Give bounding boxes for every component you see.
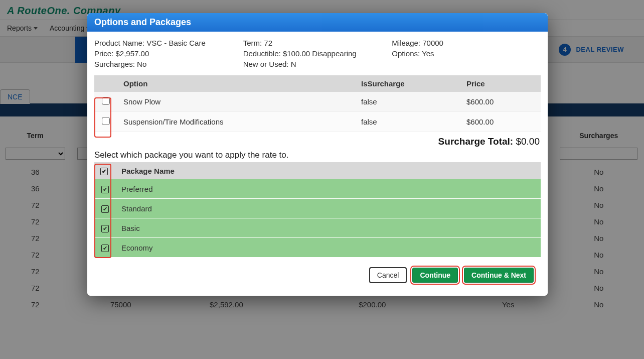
package-checkbox-cell[interactable]: ✔ xyxy=(94,199,115,218)
summary-deductible: Deductible: $100.00 Disappearing xyxy=(243,49,392,58)
option-name: Snow Plow xyxy=(117,92,355,112)
checkbox-checked-icon: ✔ xyxy=(100,168,108,175)
summary-options: Options: Yes xyxy=(392,49,541,58)
package-row[interactable]: ✔Basic xyxy=(94,218,541,238)
modal-body: Product Name: VSC - Basic Care Term: 72 … xyxy=(87,32,548,296)
summary-term: Term: 72 xyxy=(243,39,392,47)
package-row[interactable]: ✔Economy xyxy=(94,238,541,258)
options-option-header: Option xyxy=(117,75,355,92)
package-row[interactable]: ✔Standard xyxy=(94,199,541,218)
summary-surcharges: Surcharges: No xyxy=(94,60,243,68)
summary-mileage: Mileage: 70000 xyxy=(392,39,541,47)
package-name-header: Package Name xyxy=(115,162,541,179)
summary-product-name: Product Name: VSC - Basic Care xyxy=(94,39,243,47)
package-name: Economy xyxy=(115,238,541,258)
checkbox-checked-icon: ✔ xyxy=(101,245,109,252)
checkbox-empty-icon xyxy=(102,117,110,125)
checkbox-checked-icon: ✔ xyxy=(101,186,109,193)
checkbox-empty-icon xyxy=(102,97,110,105)
modal-title: Options and Packages xyxy=(87,13,548,32)
summary-price: Price: $2,957.00 xyxy=(94,49,243,58)
package-row[interactable]: ✔Preferred xyxy=(94,179,541,199)
continue-next-button[interactable]: Continue & Next xyxy=(464,268,534,283)
package-prompt: Select which package you want to apply t… xyxy=(94,150,541,160)
package-name: Standard xyxy=(115,199,541,218)
option-price: $600.00 xyxy=(460,92,541,112)
surcharge-total: Surcharge Total: $0.00 xyxy=(94,136,540,147)
checkbox-checked-icon: ✔ xyxy=(101,225,109,232)
option-name: Suspension/Tire Modifications xyxy=(117,112,355,132)
option-checkbox-cell[interactable] xyxy=(94,92,117,112)
option-row: Snow Plowfalse$600.00 xyxy=(94,92,541,112)
options-table: Option IsSurcharge Price Snow Plowfalse$… xyxy=(94,75,541,132)
package-table: ✔ Package Name ✔Preferred✔Standard✔Basic… xyxy=(94,162,541,258)
cancel-button[interactable]: Cancel xyxy=(370,268,407,283)
option-row: Suspension/Tire Modificationsfalse$600.0… xyxy=(94,112,541,132)
package-checkbox-cell[interactable]: ✔ xyxy=(94,179,115,199)
continue-button[interactable]: Continue xyxy=(412,268,458,283)
modal-footer: Cancel Continue Continue & Next xyxy=(94,258,541,291)
options-check-header xyxy=(94,75,117,92)
options-price-header: Price xyxy=(460,75,541,92)
option-issurcharge: false xyxy=(355,112,460,132)
summary-new-used: New or Used: N xyxy=(243,60,392,68)
options-modal: Options and Packages Product Name: VSC -… xyxy=(87,13,548,296)
package-checkbox-cell[interactable]: ✔ xyxy=(94,218,115,238)
package-name: Basic xyxy=(115,218,541,238)
option-checkbox-cell[interactable] xyxy=(94,112,117,132)
summary-grid: Product Name: VSC - Basic Care Term: 72 … xyxy=(94,39,541,68)
option-price: $600.00 xyxy=(460,112,541,132)
package-name: Preferred xyxy=(115,179,541,199)
package-checkbox-cell[interactable]: ✔ xyxy=(94,238,115,258)
option-issurcharge: false xyxy=(355,92,460,112)
options-issurcharge-header: IsSurcharge xyxy=(355,75,460,92)
checkbox-checked-icon: ✔ xyxy=(101,205,109,213)
package-check-all[interactable]: ✔ xyxy=(94,162,115,179)
